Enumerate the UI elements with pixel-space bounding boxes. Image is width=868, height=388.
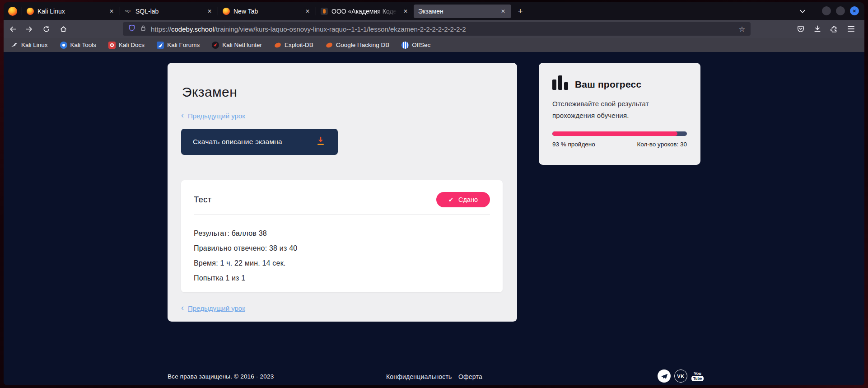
progress-description: Отслеживайте свой результат прохождения … bbox=[552, 98, 661, 121]
sql-favicon-icon: SQL bbox=[125, 8, 132, 15]
tracking-shield-icon[interactable] bbox=[128, 24, 135, 33]
pocket-icon[interactable] bbox=[794, 23, 807, 35]
offer-link[interactable]: Оферта bbox=[458, 373, 482, 380]
bookmark-kali-tools[interactable]: Kali Tools bbox=[60, 42, 97, 49]
minimize-button[interactable] bbox=[822, 6, 831, 15]
tab-close-icon[interactable]: ✕ bbox=[108, 7, 115, 15]
ghdb-bug-icon bbox=[326, 42, 333, 49]
tab-bar: Kali Linux ✕ SQL SQL-lab ✕ New Tab ✕ ООО… bbox=[4, 2, 864, 20]
forward-button[interactable] bbox=[23, 23, 35, 35]
attempt-row: Попытка 1 из 1 bbox=[194, 274, 490, 282]
new-tab-button[interactable]: + bbox=[514, 5, 527, 18]
extensions-puzzle-icon[interactable] bbox=[828, 23, 840, 35]
test-title: Тест bbox=[194, 195, 211, 205]
browser-toolbar: https://codeby.school/training/view/kurs… bbox=[4, 20, 864, 38]
bookmark-label: Kali Forums bbox=[167, 42, 200, 48]
reload-button[interactable] bbox=[40, 23, 52, 35]
downloads-icon[interactable] bbox=[811, 23, 824, 35]
status-badge-passed: ✔ Сдано bbox=[436, 192, 490, 207]
chevron-left-icon: ‹ bbox=[181, 111, 184, 119]
download-exam-description-button[interactable]: Скачать описание экзамна bbox=[181, 129, 338, 155]
kali-forums-icon bbox=[157, 42, 164, 49]
bookmark-offsec[interactable]: OffSec bbox=[401, 42, 430, 49]
tab-new-tab[interactable]: New Tab ✕ bbox=[218, 5, 316, 18]
tab-title: ООО «Академия Кодеба bbox=[331, 8, 398, 15]
tab-title: Экзамен bbox=[418, 8, 496, 15]
bookmark-kali-linux[interactable]: Kali Linux bbox=[11, 42, 48, 49]
tab-close-icon[interactable]: ✕ bbox=[402, 7, 409, 15]
window-close-button[interactable]: ✕ bbox=[850, 6, 859, 15]
privacy-link[interactable]: Конфиденциальность bbox=[386, 373, 452, 380]
bookmark-kali-docs[interactable]: Kali Docs bbox=[108, 42, 145, 49]
bookmark-label: Kali Docs bbox=[119, 42, 145, 48]
maximize-button[interactable] bbox=[836, 6, 845, 15]
offsec-icon bbox=[401, 42, 409, 49]
bookmark-kali-forums[interactable]: Kali Forums bbox=[157, 42, 200, 49]
bookmark-label: Kali NetHunter bbox=[222, 42, 262, 48]
correct-answers-row: Правильно отвечено: 38 из 40 bbox=[194, 244, 490, 252]
home-button[interactable] bbox=[57, 23, 70, 35]
kali-tools-icon bbox=[60, 42, 67, 49]
copyright-text: Все права защищены. © 2016 - 2023 bbox=[168, 373, 274, 380]
bookmark-label: Google Hacking DB bbox=[336, 42, 390, 48]
status-badge-label: Сдано bbox=[458, 196, 478, 203]
chevron-left-icon: ‹ bbox=[181, 304, 184, 312]
exploit-db-bug-icon bbox=[274, 42, 281, 49]
academy-shield-icon bbox=[321, 8, 328, 15]
social-icons: VK You Tube bbox=[658, 369, 704, 383]
url-bar[interactable]: https://codeby.school/training/view/kurs… bbox=[123, 22, 751, 36]
firefox-icon bbox=[223, 8, 230, 15]
youtube-icon[interactable]: You Tube bbox=[691, 369, 704, 383]
tab-close-icon[interactable]: ✕ bbox=[304, 7, 311, 15]
progress-fill bbox=[552, 131, 677, 136]
url-text: https://codeby.school/training/view/kurs… bbox=[151, 25, 734, 33]
menu-hamburger-icon[interactable] bbox=[845, 23, 857, 35]
test-result-card: Тест ✔ Сдано Результат: баллов 38 Правил… bbox=[181, 180, 503, 292]
result-score-row: Результат: баллов 38 bbox=[194, 229, 490, 238]
bookmark-kali-nethunter[interactable]: Kali NetHunter bbox=[212, 42, 262, 49]
exam-card: Экзамен ‹ Предыдущий урок Скачать описан… bbox=[168, 63, 517, 322]
previous-lesson-link-top[interactable]: ‹ Предыдущий урок bbox=[181, 112, 245, 120]
kali-docs-icon bbox=[108, 42, 116, 49]
tab-title: New Tab bbox=[233, 8, 300, 15]
check-icon: ✔ bbox=[448, 196, 453, 203]
tab-ekzamen-active[interactable]: Экзамен ✕ bbox=[414, 5, 511, 18]
tab-kali-linux[interactable]: Kali Linux ✕ bbox=[22, 5, 120, 18]
bookmarks-bar: Kali Linux Kali Tools Kali Docs Kali For… bbox=[4, 38, 864, 52]
kali-dragon-icon bbox=[11, 42, 18, 49]
progress-bar bbox=[552, 131, 687, 136]
bookmark-label: Exploit-DB bbox=[285, 42, 313, 48]
bookmark-google-hacking-db[interactable]: Google Hacking DB bbox=[326, 42, 390, 49]
previous-lesson-link-bottom[interactable]: ‹ Предыдущий урок bbox=[181, 304, 245, 312]
kali-nethunter-icon bbox=[212, 42, 219, 49]
tab-list-chevron-icon[interactable] bbox=[798, 7, 807, 15]
window-controls: ✕ bbox=[822, 6, 859, 15]
page-title: Экзамен bbox=[182, 84, 504, 100]
tab-title: SQL-lab bbox=[135, 8, 202, 15]
tab-sql-lab[interactable]: SQL SQL-lab ✕ bbox=[120, 5, 218, 18]
tab-close-icon[interactable]: ✕ bbox=[499, 7, 507, 15]
bookmark-label: OffSec bbox=[412, 42, 430, 48]
tab-academy[interactable]: ООО «Академия Кодеба ✕ bbox=[316, 5, 414, 18]
test-result-rows: Результат: баллов 38 Правильно отвечено:… bbox=[194, 229, 490, 282]
bookmark-label: Kali Linux bbox=[21, 42, 48, 48]
lock-icon[interactable] bbox=[140, 25, 146, 33]
bookmark-label: Kali Tools bbox=[70, 42, 97, 48]
progress-title: Ваш прогресс bbox=[575, 79, 641, 90]
bar-chart-icon bbox=[552, 75, 568, 90]
progress-percent-label: 93 % пройдено bbox=[552, 141, 595, 148]
previous-lesson-label: Предыдущий урок bbox=[188, 304, 245, 312]
download-button-label: Скачать описание экзамна bbox=[193, 138, 282, 146]
back-button[interactable] bbox=[6, 23, 19, 35]
tab-close-icon[interactable]: ✕ bbox=[206, 7, 213, 15]
progress-card: Ваш прогресс Отслеживайте свой результат… bbox=[539, 63, 700, 165]
bookmark-star-icon[interactable]: ☆ bbox=[739, 25, 745, 33]
vk-icon[interactable]: VK bbox=[674, 369, 687, 383]
firefox-icon bbox=[27, 8, 34, 15]
previous-lesson-label: Предыдущий урок bbox=[188, 112, 245, 120]
bookmark-exploit-db[interactable]: Exploit-DB bbox=[274, 42, 313, 49]
lessons-count-label: Кол-во уроков: 30 bbox=[637, 141, 687, 148]
firefox-logo-icon bbox=[8, 7, 17, 16]
telegram-icon[interactable] bbox=[658, 369, 671, 383]
divider bbox=[194, 215, 490, 215]
